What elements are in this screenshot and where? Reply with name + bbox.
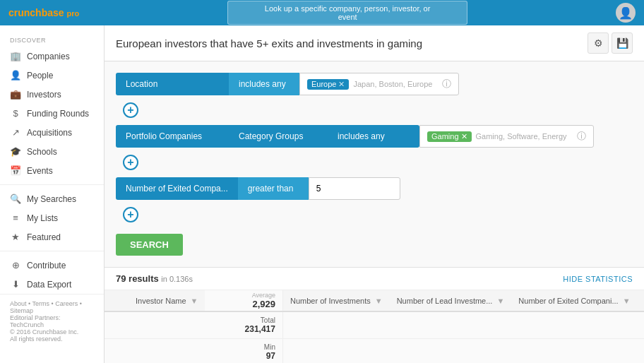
stats-min-row: Min 97 [105, 339, 644, 364]
results-table: Investor Name ▼ Average 2,929 [105, 290, 644, 363]
query-title: European investors that have 5+ exits an… [116, 37, 422, 49]
footer-partners: Editorial Partners: TechCrunch [10, 314, 94, 328]
user-avatar[interactable]: 👤 [616, 3, 636, 23]
op-label: includes any [239, 79, 286, 89]
gaming-info-icon[interactable]: ⓘ [577, 130, 586, 143]
col-num-investments[interactable]: Number of Investments ▼ [282, 290, 389, 311]
sidebar-item-my-lists[interactable]: ≡ My Lists [0, 208, 104, 227]
acquisitions-icon: ↗ [10, 127, 21, 138]
filter-op-location[interactable]: includes any [229, 73, 299, 95]
filter-button[interactable]: ⚙ [588, 32, 609, 54]
filter-value-number[interactable]: 5 [309, 177, 400, 200]
sidebar-item-companies[interactable]: 🏢 Companies [0, 47, 104, 66]
filter-value-location[interactable]: Europe ✕ Japan, Boston, Europe ⓘ [299, 73, 459, 95]
tag-label: Europe [311, 80, 336, 88]
featured-icon: ★ [10, 232, 21, 242]
global-search[interactable]: Look up a specific company, person, inve… [227, 1, 467, 25]
results-area: 79 results in 0.136s HIDE STATISTICS Inv… [105, 268, 644, 363]
export-icon: ⬇ [10, 279, 21, 290]
main-layout: DISCOVER 🏢 Companies 👤 People 💼 Investor… [0, 25, 644, 363]
avg-value: 2,929 [252, 299, 275, 309]
sidebar-item-featured[interactable]: ★ Featured [0, 227, 104, 246]
col-label: Investor Name [136, 297, 186, 305]
sidebar-item-label: Events [27, 166, 53, 176]
tag-remove-gaming[interactable]: ✕ [461, 132, 467, 141]
footer-links: About • Terms • Careers • Sitemap [10, 300, 94, 314]
sort-inv-icon[interactable]: ▼ [375, 297, 383, 305]
results-table-wrapper: Investor Name ▼ Average 2,929 [105, 290, 644, 363]
filter-tag-europe[interactable]: Europe ✕ [307, 79, 349, 90]
sort-lead-icon[interactable]: ▼ [496, 297, 504, 305]
count-time: in 0.136s [161, 275, 193, 283]
top-bar: crunchbase pro Look up a specific compan… [0, 0, 644, 25]
sidebar-item-schools[interactable]: 🎓 Schools [0, 142, 104, 161]
results-header: 79 results in 0.136s HIDE STATISTICS [105, 268, 644, 290]
filter-field-location[interactable]: Location [116, 73, 229, 95]
sidebar-item-label: Data Export [27, 280, 71, 290]
search-button[interactable]: SEARCH [116, 234, 183, 256]
sidebar-item-label: My Searches [27, 194, 76, 204]
sidebar-item-acquisitions[interactable]: ↗ Acquisitions [0, 123, 104, 142]
save-button[interactable]: 💾 [612, 32, 633, 54]
col-investor-name[interactable]: Investor Name ▼ [129, 290, 205, 311]
includes-any-label: includes any [338, 131, 385, 141]
funding-icon: $ [10, 108, 21, 119]
sidebar-item-label: People [27, 71, 53, 81]
lists-icon: ≡ [10, 213, 21, 223]
exited-field-label: Number of Exited Compa... [126, 184, 228, 194]
sidebar-item-label: Investors [27, 90, 61, 100]
sidebar-item-investors[interactable]: 💼 Investors [0, 85, 104, 104]
filter-field-portfolio[interactable]: Portfolio Companies [116, 125, 229, 148]
sidebar-item-label: Featured [27, 232, 61, 242]
portfolio-field-label: Portfolio Companies [126, 131, 202, 141]
sidebar-item-people[interactable]: 👤 People [0, 66, 104, 85]
sidebar-item-label: Funding Rounds [27, 109, 89, 119]
sidebar-item-funding-rounds[interactable]: $ Funding Rounds [0, 104, 104, 123]
gaming-tag-label: Gaming [431, 132, 459, 141]
col-exited-companies[interactable]: Number of Exited Compani... ▼ [511, 290, 637, 311]
people-icon: 👤 [10, 70, 21, 81]
content-area: European investors that have 5+ exits an… [105, 25, 644, 363]
sidebar-footer: About • Terms • Careers • Sitemap Editor… [0, 294, 104, 348]
add-condition-button-3[interactable]: + [123, 207, 138, 222]
gaming-placeholder: Gaming, Software, Energy [476, 132, 567, 141]
filter-tag-gaming[interactable]: Gaming ✕ [427, 131, 472, 142]
logo-text: crunchbase [8, 7, 64, 18]
logo-suffix: pro [66, 9, 79, 18]
companies-icon: 🏢 [10, 51, 21, 61]
avg-label: Average [252, 292, 275, 299]
sidebar-item-label: Companies [27, 52, 70, 61]
filter-row-portfolio: Portfolio Companies Category Groups incl… [116, 125, 633, 148]
sidebar-item-events[interactable]: 📅 Events [0, 161, 104, 180]
location-info-icon[interactable]: ⓘ [442, 78, 451, 90]
filter-value-gaming[interactable]: Gaming ✕ Gaming, Software, Energy ⓘ [419, 125, 594, 148]
sidebar-item-label: Acquisitions [27, 128, 72, 138]
filter-op-category[interactable]: Category Groups [229, 125, 328, 148]
schools-icon: 🎓 [10, 146, 21, 157]
investors-icon: 💼 [10, 89, 21, 100]
sort-investor-icon[interactable]: ▼ [191, 297, 198, 305]
col-checkbox [105, 290, 129, 311]
col-label: Number of Investments [290, 297, 371, 305]
category-label: Category Groups [239, 131, 303, 141]
sidebar-item-my-searches[interactable]: 🔍 My Searches [0, 189, 104, 208]
add-condition-button[interactable]: + [123, 102, 138, 118]
location-placeholder: Japan, Boston, Europe [353, 80, 432, 88]
hide-statistics-button[interactable]: HIDE STATISTICS [563, 275, 633, 283]
sidebar-item-data-export[interactable]: ⬇ Data Export [0, 275, 104, 294]
discover-label: DISCOVER [0, 31, 104, 47]
sort-exited-icon[interactable]: ▼ [623, 297, 631, 305]
count-number: 79 results [116, 273, 159, 284]
query-bar: European investors that have 5+ exits an… [105, 25, 644, 61]
greater-than-label: greater than [248, 184, 294, 194]
filter-op-includes[interactable]: includes any [328, 125, 419, 148]
tag-remove-europe[interactable]: ✕ [338, 80, 345, 89]
col-lead-investments[interactable]: Number of Lead Investme... ▼ [390, 290, 512, 311]
filter-field-exited[interactable]: Number of Exited Compa... [116, 177, 238, 200]
field-label: Location [126, 79, 157, 89]
add-condition-connector-2: + [116, 155, 633, 170]
sidebar-item-contribute[interactable]: ⊕ Contribute [0, 256, 104, 275]
sidebar: DISCOVER 🏢 Companies 👤 People 💼 Investor… [0, 25, 105, 363]
filter-op-greater-than[interactable]: greater than [238, 177, 309, 200]
add-condition-button-2[interactable]: + [123, 155, 138, 170]
